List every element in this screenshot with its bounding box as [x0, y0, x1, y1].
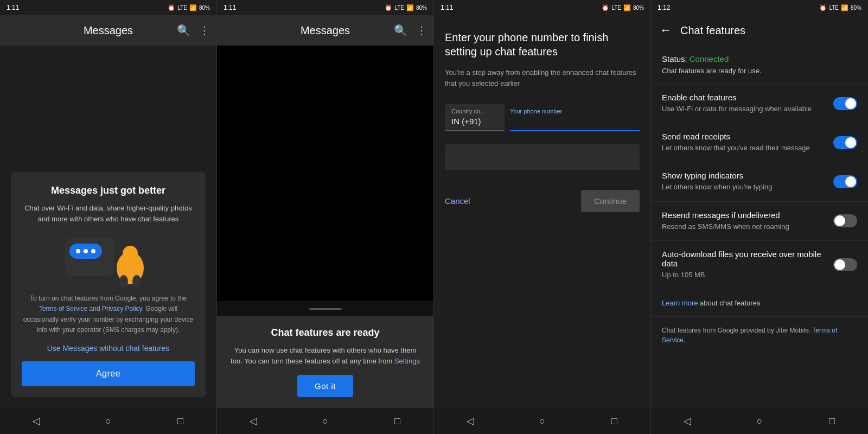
panel4-content: Status: Connected Chat features are read…	[651, 46, 868, 408]
ready-card: Chat features are ready You can now use …	[217, 316, 433, 408]
battery-icon-2: 80%	[416, 5, 427, 11]
setting-read-receipts-title: Send read receipts	[662, 132, 825, 141]
swipe-indicator-2	[217, 301, 433, 316]
phone-entry-subtitle: You're a step away from enabling the enh…	[445, 67, 640, 88]
back-arrow-icon[interactable]: ←	[660, 23, 672, 37]
setting-read-receipts-desc: Let others know that you've read their m…	[662, 143, 825, 153]
panel3-content: Enter your phone number to finish settin…	[434, 15, 650, 408]
got-it-button[interactable]: Got it	[297, 375, 353, 397]
phone-label: Your phone number	[510, 108, 640, 114]
setting-enable-title: Enable chat features	[662, 93, 825, 102]
learn-more-after: about chat features	[700, 299, 760, 307]
svg-point-4	[91, 249, 95, 253]
phone-form: Country co... IN (+91) Your phone number	[445, 104, 640, 131]
messages-header-2: Messages 🔍 ⋮	[217, 15, 433, 46]
setting-resend-desc: Resend as SMS/MMS when not roaming	[662, 222, 825, 232]
header-icons-2: 🔍 ⋮	[394, 24, 427, 37]
status-time-4: 1:12	[658, 4, 670, 11]
setting-auto-download: Auto-download files you receive over mob…	[651, 241, 868, 289]
phone-entry-title: Enter your phone number to finish settin…	[445, 30, 640, 59]
status-line: Status: Connected	[662, 54, 857, 63]
learn-more-link[interactable]: Learn more	[662, 299, 698, 307]
recent-nav-1[interactable]: □	[174, 414, 187, 427]
skip-chat-button[interactable]: Use Messages without chat features	[47, 344, 170, 353]
nav-bar-1: ◁ ○ □	[0, 408, 216, 434]
country-selector[interactable]: Country co... IN (+91)	[445, 104, 505, 131]
setting-enable-chat: Enable chat features Use Wi-Fi or data f…	[651, 84, 868, 123]
pp-link-1[interactable]: Privacy Policy	[102, 305, 142, 312]
more-icon-2[interactable]: ⋮	[416, 24, 427, 37]
settings-link-2[interactable]: Settings	[394, 357, 420, 365]
phone-input-wrapper: Your phone number	[510, 108, 640, 131]
phone-input[interactable]	[510, 117, 640, 130]
back-nav-4[interactable]: ◁	[681, 414, 694, 427]
status-time-1: 1:11	[7, 4, 19, 11]
typing-indicators-toggle[interactable]	[833, 175, 857, 188]
chat-features-title: Chat features	[680, 24, 745, 37]
footer-before: Chat features from Google provided by Ji…	[662, 327, 812, 334]
enable-chat-toggle[interactable]	[833, 97, 857, 110]
home-nav-1[interactable]: ○	[102, 414, 115, 427]
home-nav-2[interactable]: ○	[319, 414, 332, 427]
cancel-button[interactable]: Cancel	[445, 192, 470, 210]
tos-link-1[interactable]: Terms of Service	[39, 305, 87, 312]
panel-welcome: 1:11 ⏰ LTE 📶 80% Messages 🔍 ⋮ Messages j…	[0, 0, 217, 434]
lte-icon-2: LTE	[394, 5, 404, 11]
recent-nav-3[interactable]: □	[608, 414, 621, 427]
status-label: Status:	[662, 54, 687, 63]
dialog-desc-1: Chat over Wi-Fi and data, share higher-q…	[22, 203, 195, 224]
status-bar-2: 1:11 ⏰ LTE 📶 80%	[217, 0, 433, 15]
nav-bar-2: ◁ ○ □	[217, 408, 433, 434]
setting-auto-download-desc: Up to 105 MB	[662, 270, 825, 280]
setting-typing-desc: Let others know when you're typing	[662, 182, 825, 192]
alarm-icon-4: ⏰	[819, 4, 827, 11]
country-label: Country co...	[451, 108, 498, 114]
autocomplete-dropdown[interactable]	[445, 144, 640, 170]
country-value: IN (+91)	[451, 117, 498, 126]
status-section: Status: Connected Chat features are read…	[651, 46, 868, 84]
ready-title: Chat features are ready	[228, 327, 423, 339]
recent-nav-4[interactable]: □	[825, 414, 838, 427]
signal-icon-4: 📶	[841, 4, 848, 11]
dialog-title-1: Messages just got better	[51, 185, 165, 196]
footer-section: Chat features from Google provided by Ji…	[651, 317, 868, 356]
status-icons-2: ⏰ LTE 📶 80%	[385, 4, 427, 11]
messages-title-2: Messages	[301, 24, 350, 37]
search-icon-2[interactable]: 🔍	[394, 24, 407, 37]
search-icon-1[interactable]: 🔍	[177, 24, 190, 37]
setting-read-receipts-text: Send read receipts Let others know that …	[662, 132, 833, 153]
auto-download-toggle[interactable]	[833, 258, 857, 271]
setting-typing-title: Show typing indicators	[662, 171, 825, 180]
setting-resend-text: Resend messages if undelivered Resend as…	[662, 210, 833, 232]
panel-phone-entry: 1:11 ⏰ LTE 📶 80% Enter your phone number…	[434, 0, 651, 434]
back-nav-2[interactable]: ◁	[247, 414, 260, 427]
legal-text-1: To turn on chat features from Google, yo…	[22, 293, 195, 335]
battery-icon-4: 80%	[851, 5, 861, 11]
setting-enable-desc: Use Wi-Fi or data for messaging when ava…	[662, 104, 825, 114]
alarm-icon-3: ⏰	[602, 4, 609, 11]
home-nav-3[interactable]: ○	[536, 414, 549, 427]
setting-resend-title: Resend messages if undelivered	[662, 210, 825, 220]
chat-features-header: ← Chat features	[651, 15, 868, 46]
messages-title-1: Messages	[84, 24, 133, 37]
footer-text: Chat features from Google provided by Ji…	[662, 326, 857, 345]
home-nav-4[interactable]: ○	[753, 414, 766, 427]
setting-auto-download-text: Auto-download files you receive over mob…	[662, 250, 833, 280]
back-nav-1[interactable]: ◁	[30, 414, 43, 427]
nav-bar-3: ◁ ○ □	[434, 408, 650, 434]
panel1-content: Messages just got better Chat over Wi-Fi…	[0, 46, 216, 408]
status-bar-3: 1:11 ⏰ LTE 📶 80%	[434, 0, 650, 15]
status-icons-4: ⏰ LTE 📶 80%	[819, 4, 861, 11]
read-receipts-toggle[interactable]	[833, 136, 857, 149]
illustration-1	[65, 233, 152, 287]
continue-button[interactable]: Continue	[581, 190, 640, 212]
agree-button[interactable]: Agree	[22, 361, 195, 386]
svg-point-2	[76, 249, 80, 253]
more-icon-1[interactable]: ⋮	[199, 24, 210, 37]
status-time-3: 1:11	[441, 4, 453, 11]
conversation-area-2	[217, 46, 433, 301]
back-nav-3[interactable]: ◁	[464, 414, 477, 427]
resend-toggle[interactable]	[833, 214, 857, 227]
status-icons-1: ⏰ LTE 📶 80%	[168, 4, 210, 11]
recent-nav-2[interactable]: □	[391, 414, 404, 427]
